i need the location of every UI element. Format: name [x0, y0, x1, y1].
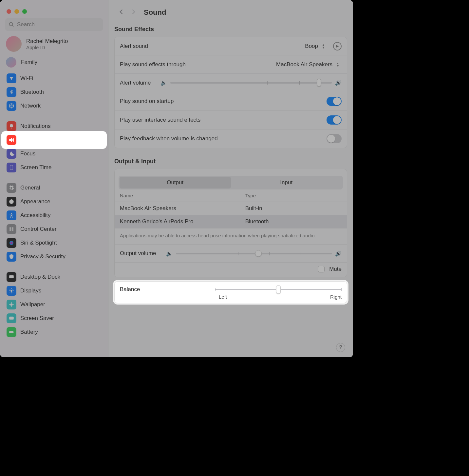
siri-spotlight-icon	[7, 238, 16, 248]
search-icon	[9, 22, 14, 29]
balance-left-label: Left	[219, 294, 227, 300]
feedback-row: Play feedback when volume is changed	[115, 129, 347, 148]
updown-icon[interactable]: ▲▼	[336, 62, 342, 68]
sidebar-item-network[interactable]: Network	[3, 99, 105, 113]
effects-through-label: Play sound effects through	[120, 61, 186, 68]
sidebar-item-screen-saver[interactable]: Screen Saver	[3, 311, 105, 325]
effects-through-value: MacBook Air Speakers	[276, 61, 332, 68]
sidebar-item-appearance[interactable]: Appearance	[3, 195, 105, 208]
section-sound-effects: Sound Effects	[114, 22, 347, 35]
alert-volume-row: Alert volume 🔈 🔊	[115, 74, 347, 92]
tab-output[interactable]: Output	[120, 177, 231, 188]
device-type: Bluetooth	[245, 218, 342, 225]
fullscreen-window-button[interactable]	[22, 9, 27, 14]
appearance-icon	[7, 197, 16, 207]
svg-point-9	[9, 241, 13, 245]
user-name: Rachel Melegrito	[26, 38, 68, 45]
svg-rect-6	[12, 228, 13, 229]
sidebar-item-label: Notifications	[20, 123, 51, 129]
svg-rect-8	[12, 229, 13, 231]
search-input[interactable]	[5, 18, 103, 31]
updown-icon[interactable]: ▲▼	[322, 43, 327, 49]
ui-effects-toggle[interactable]	[327, 115, 342, 125]
col-type-header: Type	[245, 193, 342, 198]
ui-effects-label: Play user interface sound effects	[120, 117, 200, 123]
device-note: Applications may be able to access head …	[115, 228, 347, 244]
focus-icon	[7, 149, 16, 159]
user-sub: Apple ID	[26, 45, 68, 50]
notifications-icon	[7, 121, 16, 131]
sidebar-item-displays[interactable]: Displays	[3, 284, 105, 298]
sidebar-item-sound[interactable]: Sound	[3, 133, 105, 147]
sidebar-item-privacy-security[interactable]: Privacy & Security	[3, 250, 105, 264]
mute-checkbox[interactable]	[318, 266, 325, 272]
sidebar-item-label: Wallpaper	[20, 301, 45, 308]
svg-rect-10	[9, 275, 14, 278]
device-type: Built-in	[245, 205, 342, 212]
sidebar-item-wi-fi[interactable]: Wi-Fi	[3, 71, 105, 85]
sidebar-item-label: Focus	[20, 150, 35, 157]
output-volume-row: Output volume 🔈 🔊	[115, 244, 347, 263]
ui-effects-row: Play user interface sound effects	[115, 111, 347, 129]
sidebar-item-label: Sound	[20, 137, 36, 143]
sidebar-item-wallpaper[interactable]: Wallpaper	[3, 298, 105, 311]
privacy-security-icon	[7, 252, 16, 262]
sidebar-item-accessibility[interactable]: Accessibility	[3, 208, 105, 222]
tab-input[interactable]: Input	[231, 177, 342, 188]
output-volume-label: Output volume	[120, 250, 156, 257]
sidebar-item-bluetooth[interactable]: Bluetooth	[3, 85, 105, 99]
play-alert-button[interactable]: ▶	[333, 42, 342, 50]
general-icon	[7, 183, 16, 193]
sidebar-item-siri-spotlight[interactable]: Siri & Spotlight	[3, 236, 105, 250]
apple-id-row[interactable]: Rachel Melegrito Apple ID	[0, 33, 108, 54]
screen-saver-icon	[7, 313, 16, 323]
sidebar-item-label: Network	[20, 103, 41, 109]
sidebar-item-label: Battery	[20, 329, 38, 335]
device-row[interactable]: MacBook Air SpeakersBuilt-in	[115, 202, 347, 215]
mute-label: Mute	[329, 266, 342, 272]
minimize-window-button[interactable]	[14, 9, 19, 14]
wi-fi-icon	[7, 73, 16, 83]
balance-right-label: Right	[330, 294, 342, 300]
help-button[interactable]: ?	[336, 343, 345, 352]
device-row[interactable]: Kenneth Gerico's AirPods ProBluetooth	[115, 215, 347, 228]
sidebar-item-general[interactable]: General	[3, 181, 105, 195]
sidebar-item-screen-time[interactable]: Screen Time	[3, 161, 105, 174]
page-title: Sound	[144, 8, 166, 17]
sidebar-item-label: Control Center	[20, 226, 57, 232]
sound-icon	[7, 135, 16, 145]
play-startup-row: Play sound on startup	[115, 92, 347, 111]
play-startup-toggle[interactable]	[327, 97, 342, 106]
speaker-low-icon: 🔈	[166, 250, 173, 257]
sidebar-item-label: Screen Time	[20, 164, 51, 171]
svg-rect-11	[10, 279, 13, 279]
close-window-button[interactable]	[7, 9, 11, 14]
sidebar-item-label: Displays	[20, 288, 41, 294]
wallpaper-icon	[7, 300, 16, 309]
feedback-toggle[interactable]	[327, 134, 342, 143]
sidebar-item-desktop-dock[interactable]: Desktop & Dock	[3, 270, 105, 284]
sidebar-item-control-center[interactable]: Control Center	[3, 222, 105, 236]
family-row[interactable]: Family	[0, 54, 108, 70]
alert-sound-row[interactable]: Alert sound Boop ▲▼ ▶	[115, 37, 347, 55]
effects-through-row[interactable]: Play sound effects through MacBook Air S…	[115, 55, 347, 74]
sidebar-item-focus[interactable]: Focus	[3, 147, 105, 161]
control-center-icon	[7, 224, 16, 234]
speaker-high-icon: 🔊	[335, 250, 342, 257]
screen-time-icon	[7, 163, 16, 172]
sidebar-item-battery[interactable]: Battery	[3, 325, 105, 339]
nav-back-button[interactable]	[118, 7, 125, 17]
svg-rect-5	[9, 228, 11, 229]
svg-rect-15	[9, 331, 13, 333]
alert-volume-slider[interactable]	[170, 82, 332, 84]
network-icon	[7, 101, 16, 111]
output-volume-slider[interactable]	[176, 253, 332, 254]
sidebar-item-label: Desktop & Dock	[20, 274, 60, 280]
balance-slider[interactable]	[215, 286, 342, 293]
feedback-label: Play feedback when volume is changed	[120, 135, 218, 142]
balance-label: Balance	[120, 286, 215, 293]
sidebar-item-label: Screen Saver	[20, 315, 54, 322]
sidebar-item-label: General	[20, 185, 40, 191]
nav-forward-button[interactable]	[130, 7, 137, 17]
balance-card: Balance Left Right	[114, 281, 347, 303]
